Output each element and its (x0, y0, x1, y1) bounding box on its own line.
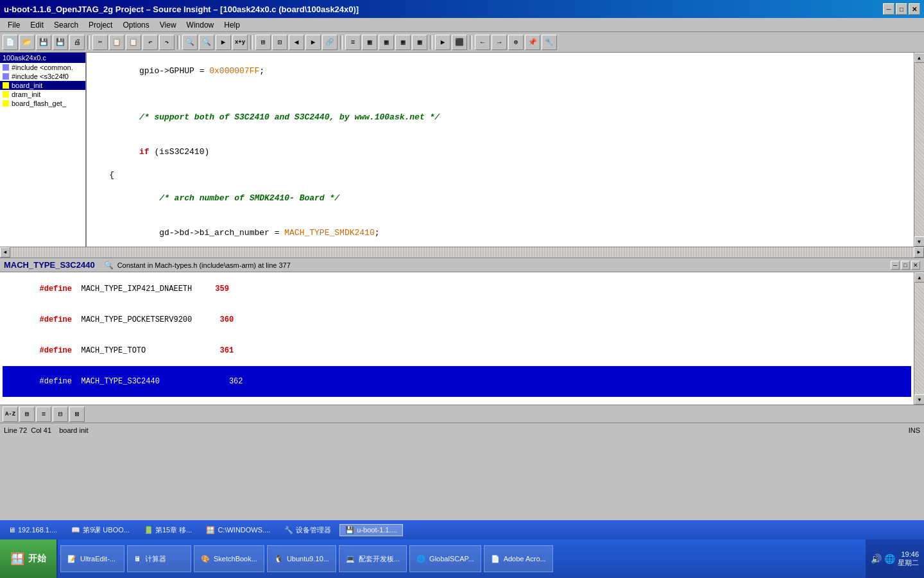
bottom-tb-x[interactable]: ⊠ (69, 407, 85, 422)
toolbar-run[interactable]: ▶ (435, 35, 450, 50)
bottom-tb-list[interactable]: ≡ (36, 407, 51, 422)
symbol-icon-4 (3, 100, 9, 107)
bottom-panel-description: Constant in Mach-types.h (include\asm-ar… (117, 261, 291, 269)
close-button[interactable]: ✕ (909, 3, 920, 15)
scroll-up-button[interactable]: ▲ (914, 53, 925, 63)
taskbar-icon-calc: 🖩 (134, 555, 141, 563)
second-tb-windows[interactable]: 🪟 C:\WINDOWS.... (200, 524, 276, 536)
bottom-code-view[interactable]: #define MACH_TYPE_IXP421_DNAEETH 359 #de… (0, 272, 914, 405)
menu-edit[interactable]: Edit (25, 19, 49, 31)
taskbar-item-calc[interactable]: 🖩 计算器 (127, 545, 191, 572)
start-button[interactable]: 🪟 开始 (0, 539, 58, 578)
toolbar-nav1[interactable]: ▶ (216, 35, 231, 50)
menu-window[interactable]: Window (182, 19, 219, 31)
toolbar-save[interactable]: 💾 (36, 35, 51, 50)
symbol-item-4[interactable]: board_flash_get_ (0, 99, 85, 108)
menu-help[interactable]: Help (219, 19, 245, 31)
menu-view[interactable]: View (155, 19, 182, 31)
toolbar-c5[interactable]: 🔧 (542, 35, 557, 50)
bottom-tb-tree[interactable]: ⊟ (53, 407, 68, 422)
toolbar-b10[interactable]: ▦ (412, 35, 427, 50)
status-line: Line 72 (4, 426, 27, 434)
code-editor[interactable]: gpio->GPHUP = 0x000007FF; /* support bot… (87, 53, 914, 247)
symbol-item-3[interactable]: dram_init (0, 90, 85, 99)
bottom-scroll-track[interactable] (914, 283, 924, 394)
toolbar-c1[interactable]: ← (475, 35, 490, 50)
maximize-button[interactable]: □ (896, 3, 907, 15)
menu-file[interactable]: File (3, 19, 25, 31)
taskbar-item-globalscap[interactable]: 🌐 GlobalSCAP... (409, 545, 481, 572)
code-scrollbar-vertical[interactable]: ▲ ▼ (914, 53, 924, 247)
bottom-line-2: #define MACH_TYPE_TOTO 361 (3, 335, 911, 366)
toolbar-b2[interactable]: ⊡ (272, 35, 287, 50)
status-bar: Line 72 Col 41 board init INS (0, 423, 924, 437)
taskbar-tray: 🔊 🌐 19:46 星期二 (866, 539, 924, 578)
toolbar-copy[interactable]: 📋 (109, 35, 124, 50)
scroll-track[interactable] (914, 63, 925, 236)
bottom-scrollbar-vertical[interactable]: ▲ ▼ (914, 272, 924, 405)
taskbar-label-sketchbook: SketchBook... (214, 555, 257, 563)
minimize-button[interactable]: ─ (883, 3, 894, 15)
scroll-left-button[interactable]: ◄ (0, 247, 10, 258)
symbol-item-2[interactable]: board_init (0, 81, 85, 90)
symbol-item-1[interactable]: #include <s3c24f0 (0, 72, 85, 81)
bottom-scroll-up[interactable]: ▲ (914, 272, 924, 283)
toolbar-xy[interactable]: x+y (232, 35, 248, 50)
bottom-minimize-button[interactable]: ─ (891, 261, 900, 270)
menu-options[interactable]: Options (117, 19, 154, 31)
toolbar-open[interactable]: 📂 (19, 35, 35, 50)
toolbar-find2[interactable]: 🔍 (199, 35, 214, 50)
toolbar-b7[interactable]: ▦ (362, 35, 377, 50)
title-bar: u-boot-1.1.6_OpenJTAG_2g Project – Sourc… (0, 0, 924, 18)
toolbar-new[interactable]: 📄 (3, 35, 18, 50)
second-tb-ip-icon: 🖥 (8, 526, 15, 534)
code-scrollbar-horizontal[interactable]: ◄ ► (0, 247, 924, 257)
toolbar-b6[interactable]: ≡ (345, 35, 361, 50)
toolbar-b9[interactable]: ▦ (395, 35, 411, 50)
toolbar-b1[interactable]: ⊞ (255, 35, 271, 50)
toolbar-b5[interactable]: 🔗 (322, 35, 338, 50)
second-tb-ip-label: 192.168.1.... (18, 526, 57, 534)
taskbar-item-adobe[interactable]: 📄 Adobe Acro... (484, 545, 553, 572)
second-tb-uboot-project-label: u-boot-1.1.... (357, 526, 397, 534)
toolbar-undo[interactable]: ↶ (142, 35, 158, 50)
toolbar-find[interactable]: 🔍 (182, 35, 198, 50)
bottom-maximize-button[interactable]: □ (901, 261, 910, 270)
toolbar-b4[interactable]: ▶ (305, 35, 321, 50)
symbol-item-0[interactable]: #include <common. (0, 63, 85, 72)
bottom-content-area: #define MACH_TYPE_IXP421_DNAEETH 359 #de… (0, 272, 924, 405)
taskbar-icon-devboard: 💻 (346, 555, 355, 563)
toolbar-b8[interactable]: ▦ (379, 35, 394, 50)
toolbar-stop[interactable]: ⬛ (452, 35, 467, 50)
taskbar-item-ubuntu[interactable]: 🐧 Ubuntu9.10... (267, 545, 336, 572)
second-tb-uboot9[interactable]: 📖 第9课 UBOO... (65, 523, 135, 537)
start-label: 开始 (28, 553, 46, 565)
menu-search[interactable]: Search (49, 19, 83, 31)
toolbar-c4[interactable]: 📌 (525, 35, 540, 50)
toolbar-print[interactable]: 🖨 (69, 35, 85, 50)
bottom-close-button[interactable]: ✕ (911, 261, 920, 270)
menu-bar: File Edit Search Project Options View Wi… (0, 18, 924, 32)
taskbar-item-sketchbook[interactable]: 🎨 SketchBook... (194, 545, 264, 572)
toolbar-b3[interactable]: ◀ (289, 35, 304, 50)
bottom-tb-grid[interactable]: ⊞ (19, 407, 35, 422)
symbol-icon-2 (3, 82, 9, 89)
toolbar-c2[interactable]: → (492, 35, 507, 50)
toolbar-c3[interactable]: ⊕ (508, 35, 524, 50)
scroll-down-button[interactable]: ▼ (914, 236, 925, 247)
second-tb-devmgr[interactable]: 🔧 设备管理器 (278, 523, 337, 537)
toolbar-redo[interactable]: ↷ (159, 35, 175, 50)
bottom-tb-az[interactable]: A-Z (3, 407, 18, 422)
second-tb-ch15[interactable]: 📗 第15章 移... (138, 523, 198, 537)
second-tb-uboot-project[interactable]: 💾 u-boot-1.1.... (339, 524, 402, 536)
scroll-right-button[interactable]: ► (914, 247, 924, 258)
bottom-scroll-down[interactable]: ▼ (914, 394, 924, 405)
horiz-scroll-track[interactable] (10, 247, 914, 258)
toolbar-paste[interactable]: 📋 (126, 35, 141, 50)
menu-project[interactable]: Project (83, 19, 117, 31)
taskbar-item-ultraedit[interactable]: 📝 UltraEdit-... (60, 545, 124, 572)
toolbar-cut[interactable]: ✂ (92, 35, 108, 50)
taskbar-item-devboard[interactable]: 💻 配套开发板... (339, 545, 407, 572)
second-tb-ip[interactable]: 🖥 192.168.1.... (3, 524, 63, 536)
toolbar-save2[interactable]: 💾 (53, 35, 68, 50)
